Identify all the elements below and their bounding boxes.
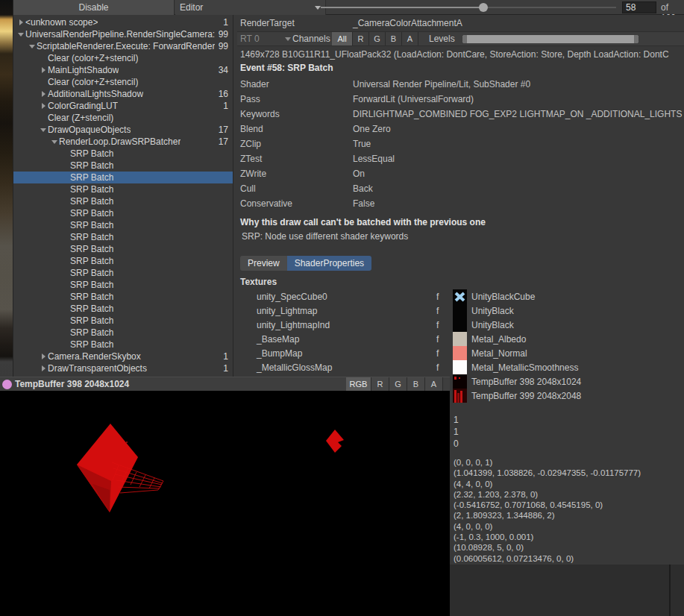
tab-preview[interactable]: Preview: [240, 256, 287, 271]
tree-row[interactable]: SRP Batch: [13, 279, 233, 291]
chevron-right-icon[interactable]: [39, 103, 48, 109]
tree-row[interactable]: SRP Batch: [13, 291, 233, 303]
texture-thumbnail-albedo: [453, 332, 467, 346]
frame-slider[interactable]: [321, 7, 616, 8]
texture-thumbnail-black: [453, 318, 467, 332]
tree-row-label: SRP Batch: [70, 160, 113, 171]
chevron-right-icon[interactable]: [39, 353, 48, 359]
levels-label: Levels: [429, 34, 455, 44]
chevron-down-icon[interactable]: [16, 33, 25, 37]
texture-row[interactable]: unity_SpecCube0fUnityBlackCube: [237, 289, 684, 304]
preview-channel-button-b[interactable]: B: [407, 377, 425, 391]
texture-row[interactable]: _MetallicGlossMapfMetal_MetallicSmoothne…: [237, 360, 684, 374]
preview-channel-button-a[interactable]: A: [425, 377, 443, 391]
vector-value: (1.041399, 1.038826, -0.02947355, -0.011…: [454, 468, 641, 479]
tree-row[interactable]: SRP Batch: [13, 327, 233, 339]
tree-row[interactable]: SRP Batch: [13, 160, 233, 172]
preview-channel-button-g[interactable]: G: [389, 377, 407, 391]
triangle-glyph: [42, 353, 46, 359]
tree-row[interactable]: SRP Batch: [13, 315, 233, 327]
chevron-down-icon[interactable]: [39, 128, 48, 132]
tree-row[interactable]: SRP Batch: [13, 267, 233, 279]
texture-thumbnail-cube: [453, 289, 467, 304]
tree-row-label: RenderLoop.DrawSRPBatcher: [59, 136, 181, 147]
detail-value: On: [353, 169, 365, 179]
texture-preview-canvas[interactable]: [0, 391, 450, 616]
levels-min-handle[interactable]: [462, 35, 467, 43]
chevron-down-icon[interactable]: [50, 140, 59, 144]
tree-row[interactable]: AdditionalLightsShadow16: [13, 88, 233, 100]
chevron-down-icon[interactable]: [28, 45, 37, 48]
tree-row-count: 99: [219, 29, 233, 40]
vector-value: (0.06005612, 0.07213476, 0, 0): [454, 554, 641, 565]
tree-row[interactable]: SRP Batch: [13, 207, 233, 219]
tree-row-label: UniversalRenderPipeline.RenderSingleCame…: [25, 29, 215, 40]
texture-flag: f: [436, 334, 439, 345]
tree-row[interactable]: ScriptableRenderer.Execute: ForwardRende…: [13, 40, 233, 52]
tree-row-count: 1: [223, 351, 233, 362]
chevron-down-icon: [285, 37, 291, 41]
tree-row-label: SRP Batch: [70, 339, 113, 350]
texture-row[interactable]: unity_LightmapIndfUnityBlack: [237, 318, 684, 332]
rt-index-dropdown[interactable]: RT 0: [240, 34, 291, 44]
channel-button-a[interactable]: A: [402, 32, 418, 45]
rt-index-label: RT 0: [240, 34, 260, 44]
frame-slider-handle[interactable]: [479, 3, 488, 12]
vector-value: (-1, 0.3, 1000, 0.001): [454, 532, 641, 543]
toolbar: Disable Editor of 100: [13, 0, 684, 15]
texture-row[interactable]: _BumpMapfMetal_Normal: [237, 346, 684, 360]
tree-row[interactable]: SRP Batch: [13, 148, 233, 160]
tree-row[interactable]: Camera.RenderSkybox1: [13, 351, 233, 362]
tree-row-count: 99: [219, 41, 233, 51]
texture-row[interactable]: _BaseMapfMetal_Albedo: [237, 332, 684, 346]
tree-row[interactable]: SRP Batch: [13, 183, 233, 195]
texture-thumbnail-white: [453, 360, 467, 374]
detail-value: One Zero: [353, 124, 391, 134]
chevron-right-icon[interactable]: [39, 91, 48, 97]
levels-max-handle[interactable]: [634, 35, 638, 43]
tree-row-count: 17: [219, 125, 233, 135]
tree-row[interactable]: SRP Batch: [13, 303, 233, 315]
chevron-right-icon[interactable]: [39, 67, 48, 73]
tree-row[interactable]: SRP Batch: [13, 231, 233, 243]
tree-row[interactable]: DrawOpaqueObjects17: [13, 124, 233, 136]
chevron-right-icon[interactable]: [39, 365, 48, 371]
preview-channel-button-rgb[interactable]: RGB: [346, 377, 371, 391]
tree-row[interactable]: RenderLoop.DrawSRPBatcher17: [13, 136, 233, 148]
tree-row[interactable]: SRP Batch: [13, 172, 233, 183]
detail-row: ShaderUniversal Render Pipeline/Lit, Sub…: [237, 78, 684, 92]
detail-label: Shader: [240, 79, 269, 89]
tree-row[interactable]: DrawTransparentObjects1: [13, 362, 233, 374]
tree-row-label: SRP Batch: [70, 268, 113, 278]
event-number-input[interactable]: [622, 1, 656, 13]
levels-range-slider[interactable]: [462, 35, 638, 43]
tree-row[interactable]: Clear (color+Z+stencil): [13, 76, 233, 88]
tab-shaderproperties[interactable]: ShaderProperties: [287, 256, 371, 271]
channel-button-all[interactable]: All: [332, 32, 353, 45]
tree-row[interactable]: <unknown scope>1: [13, 16, 233, 28]
tree-row[interactable]: Clear (color+Z+stencil): [13, 52, 233, 64]
channel-button-g[interactable]: G: [369, 32, 386, 45]
target-dropdown[interactable]: Editor: [175, 0, 326, 15]
tree-row[interactable]: SRP Batch: [13, 219, 233, 231]
channel-button-b[interactable]: B: [386, 32, 402, 45]
tree-row-label: SRP Batch: [70, 196, 113, 207]
tree-row[interactable]: UniversalRenderPipeline.RenderSingleCame…: [13, 28, 233, 40]
float-value: 0: [454, 439, 459, 450]
texture-icon: [2, 380, 12, 389]
texture-flag: f: [436, 362, 439, 373]
disable-button[interactable]: Disable: [13, 0, 175, 15]
tree-row[interactable]: SRP Batch: [13, 255, 233, 267]
tree-row[interactable]: ColorGradingLUT1: [13, 100, 233, 112]
tree-row[interactable]: SRP Batch: [13, 195, 233, 207]
tree-row[interactable]: Clear (Z+stencil): [13, 112, 233, 124]
preview-channel-button-r[interactable]: R: [371, 377, 389, 391]
chevron-right-icon[interactable]: [16, 19, 25, 25]
tree-row-label: SRP Batch: [70, 327, 113, 338]
texture-row[interactable]: unity_LightmapfUnityBlack: [237, 304, 684, 318]
channel-button-r[interactable]: R: [353, 32, 369, 45]
float-value: 1: [454, 415, 459, 427]
tree-row[interactable]: SRP Batch: [13, 243, 233, 255]
tree-row[interactable]: MainLightShadow34: [13, 64, 233, 76]
tree-row[interactable]: SRP Batch: [13, 339, 233, 351]
